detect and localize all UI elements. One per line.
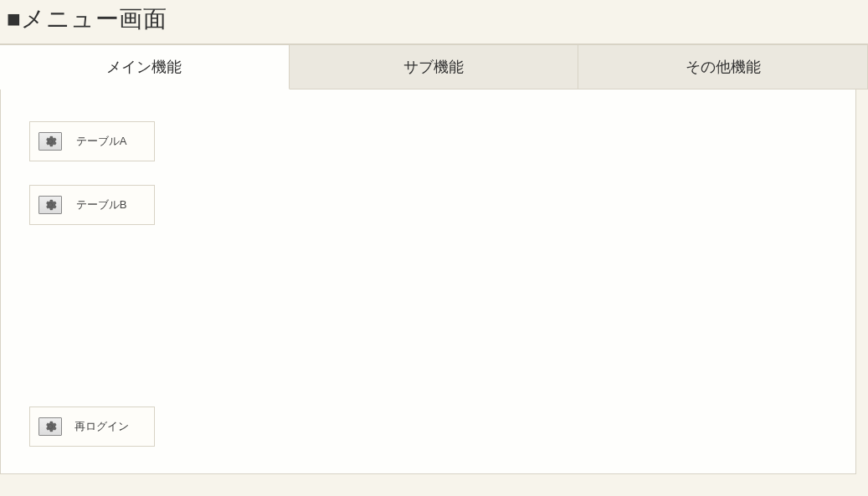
table-b-label: テーブルB [62,197,146,212]
table-a-button[interactable]: テーブルA [29,121,155,161]
tab-content: テーブルA テーブルB 再ログイン [0,89,856,474]
tab-sub-label: サブ機能 [403,59,464,75]
gear-icon [39,196,62,214]
table-a-label: テーブルA [62,134,146,149]
tab-bar: メイン機能 サブ機能 その他機能 [0,44,868,89]
tab-other[interactable]: その他機能 [578,44,868,89]
tab-other-label: その他機能 [686,59,761,75]
relogin-label: 再ログイン [62,419,146,434]
relogin-button[interactable]: 再ログイン [29,407,155,447]
tab-main-label: メイン機能 [106,59,182,75]
table-b-button[interactable]: テーブルB [29,185,155,225]
page-title: ■メニュー画面 [7,3,861,35]
tab-sub[interactable]: サブ機能 [290,44,579,89]
tab-main[interactable]: メイン機能 [0,44,290,89]
gear-icon [39,417,62,436]
gear-icon [39,132,62,151]
page-header: ■メニュー画面 [0,0,868,44]
